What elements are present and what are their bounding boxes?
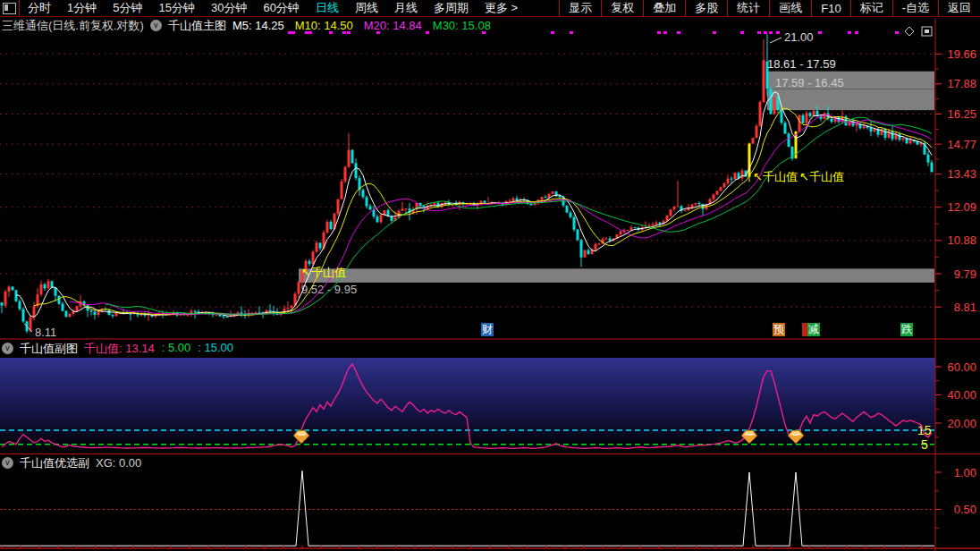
price-annotation: 8.11 (35, 326, 56, 339)
window-icon[interactable] (922, 27, 932, 36)
ma-line (106, 117, 932, 314)
ma-lines (16, 92, 932, 318)
qianshanzhi-label: ↖千山值 (753, 170, 798, 183)
price-band (767, 89, 934, 111)
ma-line (70, 114, 932, 314)
price-band (299, 268, 934, 283)
price-annotation: 21.00 (784, 30, 814, 44)
ma-line (16, 92, 932, 318)
main-axis-label: 14.77 (947, 138, 976, 151)
sub-axis-label: 40.00 (947, 388, 976, 402)
main-axis-label: 19.66 (947, 47, 976, 61)
main-axis-label: 17.88 (947, 77, 976, 90)
bottom-axis-label: 0.50 (954, 503, 976, 516)
main-axis-label: 9.79 (954, 267, 976, 281)
event-badge-预: 预 (773, 323, 785, 336)
main-axis-label: 13.43 (947, 167, 976, 181)
event-badge-减: 减 (807, 323, 820, 336)
sub-axis-label: 60.00 (947, 360, 976, 374)
xg-line (0, 470, 934, 546)
main-axis-label: 16.25 (947, 107, 976, 121)
event-badge-跌: 跌 (900, 323, 913, 336)
main-axis-label: 10.88 (947, 233, 976, 247)
qianshanzhi-label: ↖千山值 (301, 266, 346, 279)
main-axis-label: 8.81 (954, 301, 976, 314)
app-window: 分时1分钟5分钟15分钟30分钟60分钟日线周线月线多周期更多 > 显示复权叠加… (0, 0, 980, 551)
chart-canvas: 19.6617.8816.2514.7713.4312.0910.889.798… (0, 0, 980, 551)
bottom-y-axis: 1.000.50 (935, 466, 976, 529)
signal-labels: ↖千山值↖千山值↖千山值21.008.11 (24, 30, 844, 339)
qianshanzhi-label: ↖千山值 (799, 170, 844, 183)
price-band-label: 17.59 - 16.45 (775, 76, 844, 89)
threshold-label: 5 (921, 437, 928, 452)
bottom-axis-label: 1.00 (954, 466, 976, 479)
main-axis-label: 12.09 (947, 200, 976, 214)
sub-axis-label: 20.00 (947, 417, 976, 430)
price-band-label: 9.52 - 9.95 (301, 283, 357, 296)
price-band-label: 18.61 - 17.59 (767, 57, 836, 71)
sub-y-axis: 60.0040.0020.00 (935, 360, 976, 437)
event-badge-财: 财 (481, 323, 494, 336)
diamond-icon[interactable] (905, 27, 914, 36)
